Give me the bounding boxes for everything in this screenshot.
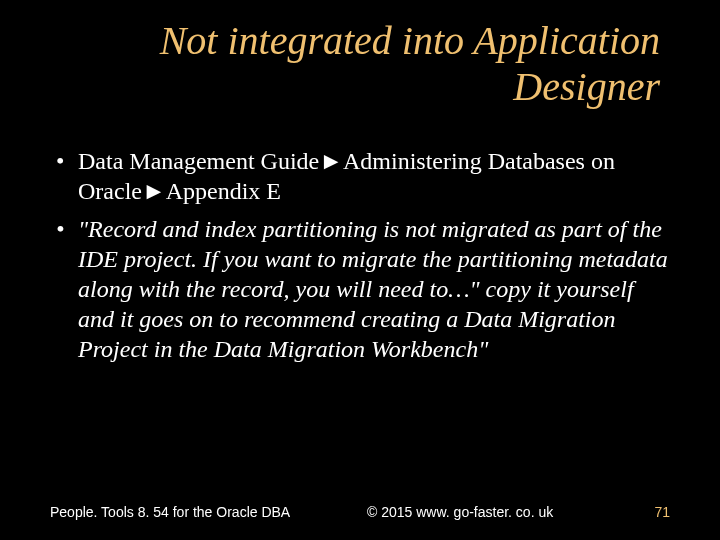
- bullet-list: Data Management Guide►Administering Data…: [50, 146, 670, 364]
- bullet-text: "Record and index partitioning is not mi…: [78, 216, 668, 362]
- footer-left: People. Tools 8. 54 for the Oracle DBA: [50, 504, 290, 520]
- bullet-text: Data Management Guide►Administering Data…: [78, 148, 615, 204]
- slide-title: Not integrated into Application Designer: [0, 0, 720, 110]
- footer: People. Tools 8. 54 for the Oracle DBA ©…: [0, 504, 720, 520]
- list-item: Data Management Guide►Administering Data…: [50, 146, 670, 206]
- slide: Not integrated into Application Designer…: [0, 0, 720, 540]
- list-item: "Record and index partitioning is not mi…: [50, 214, 670, 364]
- footer-page-number: 71: [630, 504, 670, 520]
- footer-center: © 2015 www. go-faster. co. uk: [290, 504, 630, 520]
